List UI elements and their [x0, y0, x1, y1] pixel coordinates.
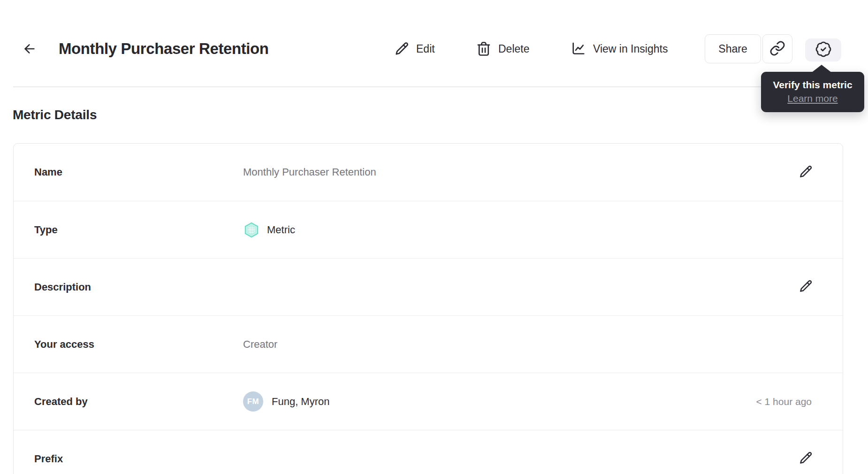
page-title: Monthly Purchaser Retention: [59, 34, 269, 63]
delete-button[interactable]: Delete: [475, 34, 529, 63]
chain-link-icon: [769, 40, 785, 58]
detail-row-your-access: Your access Creator: [14, 315, 843, 373]
learn-more-link[interactable]: Learn more: [787, 93, 838, 104]
row-label: Your access: [34, 338, 243, 351]
detail-row-created-by: Created by FM Fung, Myron < 1 hour ago: [14, 373, 843, 430]
type-value: Metric: [267, 224, 295, 236]
view-in-insights-button[interactable]: View in Insights: [570, 34, 668, 63]
trash-icon: [475, 40, 492, 57]
avatar: FM: [243, 391, 263, 412]
metric-hexagon-icon: [243, 222, 260, 238]
pencil-icon: [798, 450, 814, 467]
pencil-icon: [393, 40, 410, 57]
edit-prefix-button[interactable]: [798, 450, 814, 467]
copy-link-button[interactable]: [762, 34, 792, 63]
header: Monthly Purchaser Retention Edit Delete: [0, 34, 868, 63]
delete-label: Delete: [498, 43, 529, 55]
row-value: Monthly Purchaser Retention: [243, 166, 798, 178]
edit-description-button[interactable]: [798, 278, 814, 296]
row-label: Prefix: [34, 453, 243, 465]
pencil-icon: [798, 278, 814, 296]
edit-label: Edit: [416, 43, 435, 55]
tooltip-title: Verify this metric: [766, 78, 860, 92]
row-value: Creator: [243, 338, 822, 351]
line-chart-icon: [570, 40, 587, 57]
row-label: Description: [34, 281, 243, 293]
verified-badge-icon: [815, 41, 832, 59]
detail-row-name: Name Monthly Purchaser Retention: [14, 144, 843, 201]
verify-metric-button[interactable]: [805, 38, 841, 61]
share-button[interactable]: Share: [705, 34, 761, 63]
created-by-value: Fung, Myron: [272, 396, 330, 408]
back-button[interactable]: [21, 40, 38, 58]
row-label: Created by: [34, 396, 243, 408]
verify-tooltip: Verify this metric Learn more: [761, 72, 864, 112]
arrow-left-icon: [22, 41, 37, 58]
header-divider: [13, 86, 855, 87]
row-label: Type: [34, 224, 243, 236]
row-label: Name: [34, 166, 243, 178]
detail-row-description: Description: [14, 258, 843, 315]
detail-row-type: Type Metric: [14, 201, 843, 258]
view-in-insights-label: View in Insights: [593, 43, 668, 55]
section-title: Metric Details: [13, 107, 97, 122]
metric-details-card: Name Monthly Purchaser Retention Type: [13, 143, 843, 474]
detail-row-prefix: Prefix: [14, 430, 843, 474]
edit-button[interactable]: Edit: [393, 34, 435, 63]
edit-name-button[interactable]: [798, 164, 814, 181]
tooltip-arrow: [811, 65, 832, 73]
created-timestamp: < 1 hour ago: [756, 396, 812, 407]
pencil-icon: [798, 164, 814, 181]
metric-details-page: Monthly Purchaser Retention Edit Delete: [0, 0, 868, 474]
